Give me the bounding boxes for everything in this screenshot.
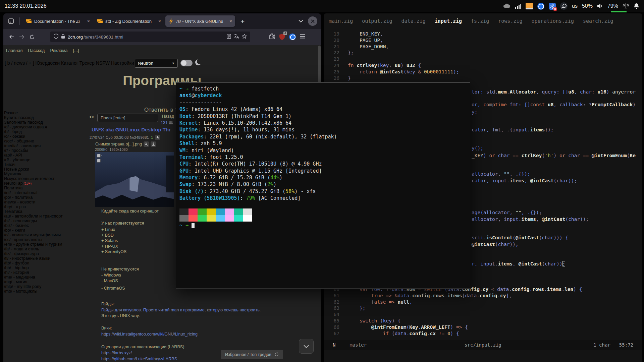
sidebar-row[interactable]: /mlp/ - my little pony bbox=[4, 284, 87, 289]
editor-buffer-tab[interactable]: data.zig bbox=[401, 18, 426, 24]
reader-view-icon[interactable] bbox=[227, 34, 231, 40]
site-top-link[interactable]: [...] bbox=[73, 48, 79, 53]
forward-button[interactable] bbox=[17, 32, 27, 42]
notifications-bell-icon[interactable] bbox=[634, 3, 639, 9]
sidebar-row[interactable]: Политика bbox=[4, 186, 87, 190]
lock-icon[interactable] bbox=[61, 34, 65, 40]
favorite-star-button[interactable] bbox=[155, 135, 160, 140]
sidebar-row[interactable]: NeuroFap (18+) bbox=[4, 181, 87, 186]
keyboard-layout[interactable]: us bbox=[572, 3, 578, 9]
browser-tab[interactable]: Documentation - The Zi × bbox=[23, 15, 93, 27]
dark-mode-moon-icon[interactable] bbox=[195, 59, 201, 65]
code-top-block[interactable]: 19 END_KEY, 20 PAGE_UP, 21 PAGE_DOWN, 22… bbox=[324, 31, 642, 87]
sidebar-row[interactable]: /fa/ - мода и стиль bbox=[4, 247, 87, 251]
tab-close-icon[interactable]: × bbox=[229, 18, 232, 24]
sidebar-row[interactable]: /hh/ - hip-hop bbox=[4, 265, 87, 270]
sidebar-row[interactable]: /bo/ - книги bbox=[4, 228, 87, 233]
sidebar-row[interactable]: /biz/ - бизнес bbox=[4, 223, 87, 228]
sidebar-row[interactable]: /me/ - медицина bbox=[4, 275, 87, 280]
site-top-link[interactable]: Пасскод bbox=[28, 48, 45, 53]
new-tab-button[interactable]: + bbox=[240, 18, 245, 25]
shell-prompt[interactable]: ~ → bbox=[179, 222, 470, 229]
bluetooth-disabled-icon[interactable] bbox=[549, 3, 556, 10]
onepassword-tray-icon[interactable] bbox=[537, 3, 544, 10]
cloud-icon[interactable] bbox=[503, 3, 511, 9]
sidebar-row[interactable]: /o/ - оэкаки bbox=[4, 134, 87, 139]
list-tabs-chevron-icon[interactable] bbox=[298, 18, 304, 24]
sidebar-row[interactable]: /hi/ - история bbox=[4, 270, 87, 275]
sidebar-row[interactable]: Новые доски bbox=[4, 167, 87, 172]
sidebar-row[interactable]: Искусственный интеллект bbox=[4, 176, 87, 181]
power-profile-scales-icon[interactable] bbox=[623, 3, 629, 9]
sidebar-row[interactable]: /mg/ - магия bbox=[4, 280, 87, 284]
back-button[interactable] bbox=[7, 32, 17, 42]
editor-buffer-tab[interactable]: main.zig bbox=[329, 18, 353, 24]
thread-search-input[interactable] bbox=[97, 114, 158, 122]
sidebar-row[interactable]: /em/ - другие страны и туризм bbox=[4, 242, 87, 247]
code-bottom-block[interactable]: 60 var row: ?*data.Row = switch (data.co… bbox=[324, 286, 642, 337]
window-close-button[interactable] bbox=[308, 16, 317, 26]
sidebar-row[interactable]: /fiz/ - физкультура bbox=[4, 251, 87, 256]
tracking-shield-icon[interactable] bbox=[54, 34, 58, 40]
onepassword-toolbar-icon[interactable] bbox=[289, 34, 296, 40]
sidebar-row[interactable]: /hry/ - х р ю bbox=[4, 204, 87, 209]
translate-icon[interactable] bbox=[234, 34, 239, 40]
sidebar-row[interactable]: /soc/ - общение bbox=[4, 139, 87, 143]
site-top-link[interactable]: Реклама bbox=[50, 48, 67, 53]
sidebar-row[interactable]: Купить пасскод bbox=[4, 115, 87, 120]
sidebar-row[interactable]: /cc/ - криптовалюты bbox=[4, 237, 87, 242]
download-attachment-button[interactable] bbox=[151, 141, 156, 147]
collapse-thread-button[interactable]: << bbox=[89, 114, 94, 120]
thread-title-link[interactable]: UN*X aka GNULinux Desktop Thr bbox=[92, 127, 171, 132]
theme-select[interactable]: Neutron ▼ bbox=[135, 59, 178, 68]
sidebar-row[interactable]: /int/ - international bbox=[4, 190, 87, 195]
sidebar-row[interactable]: Тематика bbox=[4, 209, 87, 214]
editor-buffer-tab[interactable]: output.zig bbox=[362, 18, 392, 24]
ublock-origin-icon[interactable]: 4 bbox=[279, 34, 285, 40]
files-tray-icon[interactable] bbox=[526, 3, 533, 9]
sidebar-row[interactable]: /r/ - просьбы bbox=[4, 148, 87, 153]
sidebar-row[interactable]: /ftb/ - футбол bbox=[4, 261, 87, 265]
bookmark-star-icon[interactable] bbox=[242, 34, 247, 40]
board-navigation[interactable]: [ b / news / + ] Юзердоски Каталог Треке… bbox=[5, 60, 134, 66]
sidebar-row[interactable]: /mo/ - мотоциклы bbox=[4, 289, 87, 294]
editor-buffer-tab[interactable]: operations.zig bbox=[532, 18, 574, 24]
speaker-icon[interactable] bbox=[597, 3, 603, 9]
sidebar-row[interactable]: /au/ - автомобили и транспорт bbox=[4, 214, 87, 219]
favorites-top-threads-button[interactable]: Избранное / Топ тредов bbox=[221, 350, 283, 359]
sidebar-row[interactable]: /fl/ - иностранные языки bbox=[4, 256, 87, 261]
sidebar-row[interactable]: /media/ - анимация bbox=[4, 143, 87, 148]
sidebar-row[interactable]: /rf/ - убежище bbox=[4, 158, 87, 162]
sidebar-row[interactable]: /po/ - политика bbox=[4, 195, 87, 200]
sidebar-row[interactable]: /bi/ - велосипеды bbox=[4, 219, 87, 223]
reload-button[interactable] bbox=[27, 32, 37, 42]
zoom-attachment-button[interactable] bbox=[144, 141, 149, 147]
menu-hamburger-icon[interactable] bbox=[300, 34, 306, 40]
sidebar-row[interactable]: /b/ - бред bbox=[4, 129, 87, 134]
foot-terminal-window[interactable]: ~ → fastfetchansi@cyberdeck-------------… bbox=[176, 82, 470, 289]
back-link[interactable]: Назад bbox=[162, 114, 174, 119]
sidebar-row[interactable]: /news/ - новости bbox=[4, 200, 87, 204]
sidebar-row[interactable]: Мужикач bbox=[4, 172, 87, 176]
editor-buffer-tab[interactable]: fs.zig bbox=[471, 18, 489, 24]
browser-tab[interactable]: /s/ - UN*X aka GNULinu × bbox=[165, 15, 235, 27]
tab-close-icon[interactable]: × bbox=[87, 18, 90, 24]
sidebar-row[interactable]: /d/ - дискуссии о два.ч bbox=[4, 125, 87, 129]
scroll-down-button[interactable] bbox=[299, 339, 314, 354]
site-top-link[interactable]: Главная bbox=[6, 48, 22, 53]
extensions-puzzle-icon[interactable] bbox=[269, 33, 275, 41]
steam-tray-icon[interactable] bbox=[560, 2, 568, 10]
sidebar-row[interactable]: /c/ - комиксы и мультфильмы bbox=[4, 233, 87, 237]
firefox-view-icon[interactable] bbox=[6, 16, 16, 26]
editor-buffer-tab[interactable]: input.zig bbox=[435, 18, 462, 24]
browser-tab[interactable]: std - Zig Documentation × bbox=[94, 15, 164, 27]
reply-link[interactable]: Ответить в т bbox=[144, 107, 177, 113]
url-bar[interactable]: 2ch.org /s/res/3489681.html bbox=[50, 32, 250, 42]
attachment-filename-link[interactable]: Снимок экрана о[...].png bbox=[95, 142, 142, 146]
sidebar-row[interactable]: Тивач bbox=[4, 162, 87, 167]
tab-close-icon[interactable]: × bbox=[158, 18, 161, 24]
sidebar-row[interactable]: Залогинить пасскод bbox=[4, 120, 87, 125]
sidebar-row[interactable]: /api/ - API bbox=[4, 153, 87, 158]
editor-buffer-tab[interactable]: rows.zig bbox=[498, 18, 522, 24]
theme-toggle[interactable] bbox=[180, 60, 193, 66]
